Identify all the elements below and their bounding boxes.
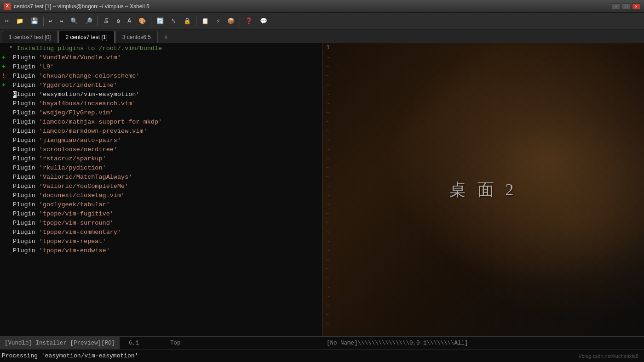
tilde-char: ~ bbox=[326, 255, 330, 265]
vim-line-prefix bbox=[2, 228, 9, 237]
vim-line: Plugin 'Valloric/YouCompleteMe' bbox=[2, 182, 320, 191]
vim-line: Plugin 'rstacruz/sparkup' bbox=[2, 154, 320, 164]
vim-line-prefix bbox=[2, 164, 9, 173]
vim-line-content: Plugin 'iamcco/mathjax-support-for-mkdp' bbox=[9, 118, 162, 127]
toolbar-sep3 bbox=[151, 17, 151, 26]
cmd-text: Processing 'easymotion/vim-easymotion' bbox=[2, 352, 138, 359]
cmd-left: Processing 'easymotion/vim-easymotion' bbox=[2, 352, 324, 359]
watermark: //blog.csdn.net/lluchenxia8 bbox=[579, 353, 638, 359]
vim-line-content: Plugin 'L9' bbox=[9, 62, 54, 72]
vim-line: ! Plugin 'chxuan/change-colorscheme' bbox=[2, 72, 320, 81]
vim-line-content: Plugin 'tpope/vim-fugitive' bbox=[9, 209, 114, 219]
status-left: [Vundle] Installer [Preview][RO] 6,1 Top bbox=[0, 337, 322, 349]
vim-line-content: Plugin 'easymotion/vim-easymotion' bbox=[9, 90, 140, 99]
tilde-char: ~ bbox=[326, 320, 330, 329]
toolbar-clip[interactable]: 📋 bbox=[198, 15, 212, 28]
tilde-char: ~ bbox=[326, 209, 330, 219]
vim-line: Plugin 'wsdjeg/FlyGrep.vim' bbox=[2, 108, 320, 118]
tilde-char: ~ bbox=[326, 127, 330, 136]
vim-line: + Plugin 'VundleVim/Vundle.vim' bbox=[2, 53, 320, 62]
vim-line: Plugin 'tpope/vim-repeat' bbox=[2, 237, 320, 246]
vim-line-content: Plugin 'tpope/vim-repeat' bbox=[9, 237, 106, 246]
vim-line-prefix bbox=[2, 90, 9, 99]
tilde-char: ~ bbox=[326, 164, 330, 173]
vim-line: Plugin 'Valloric/MatchTagAlways' bbox=[2, 173, 320, 182]
tilde-char: ~ bbox=[326, 219, 330, 228]
tilde-char: ~ bbox=[326, 311, 330, 320]
toolbar-sep4 bbox=[196, 17, 196, 26]
vim-line: Plugin 'scrooloose/nerdtree' bbox=[2, 145, 320, 154]
vim-line-prefix bbox=[2, 99, 9, 108]
vim-line-prefix bbox=[2, 145, 9, 154]
toolbar-sep1 bbox=[43, 17, 44, 26]
vim-line: Plugin 'godlygeek/tabular' bbox=[2, 200, 320, 209]
vim-line: " Installing plugins to /root/.vim/bundl… bbox=[2, 44, 320, 53]
toolbar-package[interactable]: 📦 bbox=[224, 15, 238, 28]
desktop-label: 桌 面 2 bbox=[449, 179, 518, 201]
right-pane-header: 1 bbox=[326, 44, 330, 51]
vim-line-prefix bbox=[2, 219, 9, 228]
vim-line-prefix bbox=[2, 246, 9, 255]
tab-2[interactable]: 2 centos7 test [1] bbox=[58, 31, 114, 43]
toolbar-new[interactable]: ✂ bbox=[2, 15, 12, 28]
vim-line-content: Plugin 'jiangmiao/auto-pairs' bbox=[9, 136, 121, 145]
toolbar-lock[interactable]: 🔒 bbox=[180, 15, 194, 28]
toolbar-search[interactable]: 🔍 bbox=[67, 15, 81, 28]
vim-line-prefix bbox=[2, 173, 9, 182]
tilde-char: ~ bbox=[326, 200, 330, 209]
minimize-button[interactable]: – bbox=[612, 3, 620, 10]
tilde-char: ~ bbox=[326, 301, 330, 311]
tilde-char: ~ bbox=[326, 191, 330, 200]
vim-line: Plugin 'jiangmiao/auto-pairs' bbox=[2, 136, 320, 145]
window-controls[interactable]: – □ ✕ bbox=[612, 3, 640, 10]
vim-line-prefix bbox=[2, 136, 9, 145]
toolbar-open[interactable]: 📁 bbox=[13, 15, 27, 28]
toolbar-print[interactable]: 🖨 bbox=[100, 15, 112, 28]
toolbar-zoom-out[interactable]: 🔎 bbox=[82, 15, 96, 28]
vim-line-content: Plugin 'Valloric/MatchTagAlways' bbox=[9, 173, 132, 182]
app-icon: X bbox=[4, 3, 11, 10]
tilde-char: ~ bbox=[326, 136, 330, 145]
vim-pane[interactable]: " Installing plugins to /root/.vim/bundl… bbox=[0, 43, 322, 336]
toolbar-resize[interactable]: ⤡ bbox=[168, 15, 179, 28]
toolbar-color[interactable]: 🎨 bbox=[135, 15, 149, 28]
vim-line-prefix: + bbox=[2, 81, 9, 90]
vim-line-prefix bbox=[2, 237, 9, 246]
toolbar-font[interactable]: A bbox=[124, 15, 134, 28]
title-bar: X centos7 test [1] – vimplus@bogon:~/.vi… bbox=[0, 0, 644, 13]
vim-line-content: Plugin 'haya14busa/incsearch.vim' bbox=[9, 99, 136, 108]
toolbar-undo[interactable]: ↩ bbox=[46, 15, 56, 28]
toolbar-save[interactable]: 💾 bbox=[28, 15, 41, 28]
vim-line: Plugin 'tpope/vim-surround' bbox=[2, 219, 320, 228]
vim-cursor: P bbox=[13, 91, 17, 98]
close-button[interactable]: ✕ bbox=[632, 3, 640, 10]
vim-mode: [Vundle] Installer [Preview][RO] bbox=[0, 337, 120, 349]
toolbar-settings[interactable]: ⚙ bbox=[113, 15, 123, 28]
vim-line-content: Plugin 'Yggdroot/indentLine' bbox=[9, 81, 117, 90]
toolbar-help[interactable]: ❓ bbox=[242, 15, 256, 28]
tilde-char: ~ bbox=[326, 182, 330, 191]
tab-3[interactable]: 3 centos6.5 bbox=[115, 31, 158, 43]
vim-line-content: Plugin 'rkulla/pydiction' bbox=[9, 164, 106, 173]
toolbar-redo[interactable]: ↪ bbox=[57, 15, 67, 28]
vim-line-content: " Installing plugins to /root/.vim/bundl… bbox=[9, 44, 162, 53]
vim-line-prefix: + bbox=[2, 62, 9, 72]
desktop-pane: 1 ~~~~~~~~~~~~~~~~~~~~~~~~~~~~~~ 桌 面 2 bbox=[322, 43, 644, 336]
toolbar-refresh[interactable]: 🔄 bbox=[153, 15, 167, 28]
vim-line-prefix bbox=[2, 44, 9, 53]
toolbar-lightning[interactable]: ⚡ bbox=[213, 15, 223, 28]
tilde-char: ~ bbox=[326, 173, 330, 182]
tab-1[interactable]: 1 centos7 test [0] bbox=[2, 31, 58, 43]
tilde-char: ~ bbox=[326, 72, 330, 81]
tab-add-button[interactable]: + bbox=[161, 33, 172, 43]
tab-bar: 1 centos7 test [0] 2 centos7 test [1] 3 … bbox=[0, 29, 644, 43]
vim-line-content: Plugin 'scrooloose/nerdtree' bbox=[9, 145, 117, 154]
toolbar-chat[interactable]: 💬 bbox=[257, 15, 270, 28]
vim-line-content: Plugin 'iamcco/markdown-preview.vim' bbox=[9, 127, 147, 136]
vim-line: + Plugin 'L9' bbox=[2, 62, 320, 72]
vim-line-content: Plugin 'VundleVim/Vundle.vim' bbox=[9, 53, 121, 62]
vim-line-content: Plugin 'chxuan/change-colorscheme' bbox=[9, 72, 140, 81]
title-bar-left: X centos7 test [1] – vimplus@bogon:~/.vi… bbox=[4, 3, 150, 10]
vim-line: Plugin 'easymotion/vim-easymotion' bbox=[2, 90, 320, 99]
maximize-button[interactable]: □ bbox=[622, 3, 630, 10]
